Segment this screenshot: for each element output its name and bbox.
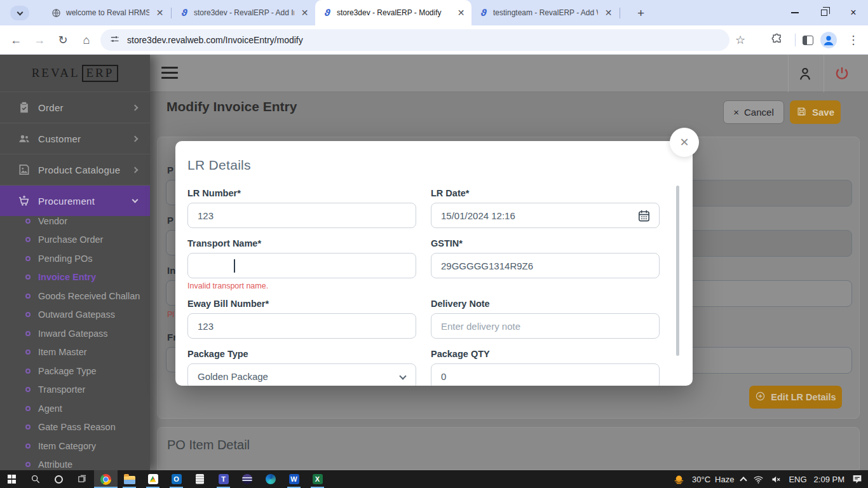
taskbar-file-explorer-icon[interactable] <box>118 470 141 488</box>
modal-scrollbar[interactable] <box>676 186 679 356</box>
browser-tab-2[interactable]: ϑstore3dev - RevalERP - Add Inv✕ <box>172 0 315 25</box>
tab-search-button[interactable] <box>10 6 29 20</box>
sidebar-subitem-item-master[interactable]: Item Master <box>0 343 150 362</box>
home-button[interactable]: ⌂ <box>77 30 96 50</box>
cart-icon <box>18 194 31 207</box>
bg-form-input[interactable] <box>674 180 852 207</box>
subitem-label: Package Type <box>38 366 97 376</box>
sidebar-subitem-goods-received-challan[interactable]: Goods Received Challan <box>0 287 150 306</box>
bg-form-input[interactable] <box>674 230 852 257</box>
site-info-icon[interactable] <box>109 34 120 47</box>
chevron-right-icon <box>132 104 139 111</box>
floppy-icon <box>796 106 807 119</box>
browser-tab-1[interactable]: welcome to Reval HRMS✕ <box>44 0 170 25</box>
sidebar-item-customer[interactable]: Customer <box>0 123 150 154</box>
sidebar-subitem-vendor[interactable]: Vendor <box>0 212 150 231</box>
taskbar-weather-condition[interactable]: Haze <box>715 475 734 484</box>
eway-bill-field: Eway Bill Number* 123 <box>187 299 416 339</box>
profile-avatar[interactable] <box>820 32 837 48</box>
notification-center-icon[interactable] <box>851 473 863 485</box>
sidebar-item-order[interactable]: Order <box>0 92 150 123</box>
extensions-icon[interactable] <box>771 33 783 48</box>
subitem-label: Vendor <box>38 216 67 226</box>
taskbar-task-view-icon[interactable] <box>71 470 94 488</box>
restore-button[interactable] <box>810 0 839 25</box>
taskbar-edge-icon[interactable] <box>259 470 282 488</box>
cancel-button[interactable]: × Cancel <box>723 100 784 124</box>
clock[interactable]: 2:09 PM <box>814 475 844 484</box>
taskbar-photos-icon[interactable] <box>141 470 165 488</box>
sidebar-subitem-attribute[interactable]: Attribute <box>0 456 150 471</box>
sidebar-subitem-item-category[interactable]: Item Category <box>0 437 150 456</box>
sidebar-subitem-pending-pos[interactable]: Pending POs <box>0 249 150 268</box>
edit-lr-details-button[interactable]: Edit LR Details <box>749 386 842 409</box>
bookmark-star-icon[interactable]: ☆ <box>731 30 750 50</box>
calendar-icon[interactable] <box>637 208 651 223</box>
sidebar-subitem-transporter[interactable]: Transporter <box>0 381 150 400</box>
tab-close-icon[interactable]: ✕ <box>299 8 310 18</box>
sidebar-subitem-agent[interactable]: Agent <box>0 399 150 418</box>
tab-divider <box>620 8 620 18</box>
forward-button[interactable]: → <box>30 30 49 50</box>
eway-bill-input[interactable]: 123 <box>187 313 416 339</box>
package-qty-value: 0 <box>441 371 446 382</box>
minimize-button[interactable] <box>780 0 810 25</box>
volume-muted-icon[interactable] <box>771 474 782 485</box>
taskbar-chrome-icon[interactable] <box>94 470 118 488</box>
save-button[interactable]: Save <box>790 100 841 124</box>
user-icon[interactable] <box>797 65 813 82</box>
delivery-note-placeholder: Enter delivery note <box>441 321 520 332</box>
chevron-down-icon <box>132 197 139 203</box>
package-qty-input[interactable]: 0 <box>431 363 660 386</box>
language-indicator[interactable]: ENG <box>789 475 806 484</box>
taskbar-word-icon[interactable]: W <box>282 470 306 488</box>
sidebar-subitem-purchase-order[interactable]: Purchase Order <box>0 231 150 250</box>
menu-icon[interactable] <box>161 67 178 82</box>
sidebar-subitem-gate-pass-reason[interactable]: Gate Pass Reason <box>0 418 150 437</box>
taskbar-excel-icon[interactable]: X <box>306 470 329 488</box>
tab-close-icon[interactable]: ✕ <box>603 8 614 18</box>
transport-name-input[interactable] <box>187 253 416 278</box>
reload-button[interactable]: ↻ <box>53 30 72 50</box>
back-button[interactable]: ← <box>6 30 25 50</box>
tray-expand-icon[interactable] <box>740 477 747 484</box>
browser-tab-3[interactable]: ϑstore3dev - RevalERP - Modify✕ <box>315 0 471 25</box>
transport-name-field: Transport Name* Invalid transport name. <box>187 238 416 290</box>
bg-form-input[interactable] <box>674 347 852 374</box>
taskbar-search-icon[interactable] <box>24 470 47 488</box>
tab-close-icon[interactable]: ✕ <box>456 8 466 18</box>
gstin-input[interactable]: 29GGGGG1314R9Z6 <box>431 253 660 278</box>
edit-lr-label: Edit LR Details <box>771 392 836 402</box>
sidebar-subitem-invoice-entry[interactable]: Invoice Entry <box>0 268 150 287</box>
sidebar-subitem-package-type[interactable]: Package Type <box>0 362 150 381</box>
taskbar-eclipse-icon[interactable] <box>235 470 259 488</box>
delivery-note-input[interactable]: Enter delivery note <box>431 313 660 339</box>
cancel-label: Cancel <box>744 107 774 118</box>
browser-tab-4[interactable]: ϑtestingteam - RevalERP - Add W✕ <box>471 0 619 25</box>
side-panel-icon[interactable] <box>803 36 813 45</box>
lr-number-input[interactable]: 123 <box>187 203 416 228</box>
modal-close-button[interactable]: ✕ <box>670 128 699 157</box>
close-window-button[interactable]: × <box>839 0 868 25</box>
browser-menu-icon[interactable]: ⋮ <box>844 30 863 50</box>
wifi-icon[interactable] <box>753 474 764 485</box>
taskbar-outlook-icon[interactable]: O <box>165 470 188 488</box>
weather-haze-icon[interactable] <box>673 473 685 485</box>
lr-date-input[interactable]: 15/01/2024 12:16 <box>431 203 660 228</box>
sidebar-subitem-inward-gatepass[interactable]: Inward Gatepass <box>0 324 150 343</box>
taskbar-notepad-icon[interactable] <box>188 470 212 488</box>
taskbar-temperature[interactable]: 30°C <box>692 475 710 484</box>
bg-form-input[interactable] <box>674 280 852 307</box>
taskbar-cortana-icon[interactable] <box>47 470 71 488</box>
package-type-select[interactable]: Golden Package <box>187 363 416 386</box>
bullet-circle-icon <box>25 237 31 242</box>
taskbar-teams-icon[interactable]: T <box>212 470 235 488</box>
address-bar[interactable]: store3dev.revalweb.com/InvoiceEntry/modi… <box>100 29 729 51</box>
tab-close-icon[interactable]: ✕ <box>154 8 165 18</box>
taskbar-start-button[interactable] <box>0 470 24 488</box>
sidebar-item-product-catalogue[interactable]: Product Catalogue <box>0 154 150 185</box>
globe-favicon <box>51 8 61 18</box>
sidebar-subitem-outward-gatepass[interactable]: Outward Gatepass <box>0 306 150 325</box>
power-icon[interactable] <box>834 65 850 82</box>
new-tab-button[interactable]: + <box>632 4 649 22</box>
